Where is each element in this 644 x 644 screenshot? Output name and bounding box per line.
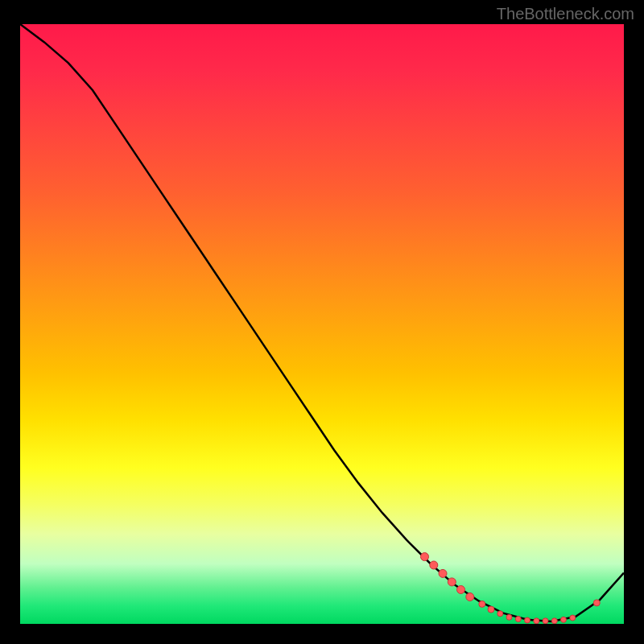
data-marker (457, 586, 465, 594)
watermark-text: TheBottleneck.com (497, 5, 634, 23)
data-marker (479, 601, 485, 607)
data-marker (593, 600, 600, 606)
data-marker (421, 553, 429, 561)
data-marker (551, 618, 557, 624)
data-marker (466, 593, 474, 601)
data-marker (543, 618, 548, 624)
chart-svg (20, 24, 624, 624)
data-marker (430, 561, 438, 569)
data-markers (421, 553, 601, 624)
data-marker (534, 618, 539, 624)
data-marker (515, 617, 521, 622)
data-marker (525, 617, 530, 623)
data-marker (497, 611, 503, 617)
data-marker (488, 606, 494, 613)
data-marker (448, 578, 456, 586)
data-marker (439, 569, 447, 577)
data-marker (561, 617, 567, 622)
plot-area (20, 24, 624, 624)
data-marker (570, 615, 576, 621)
data-marker (506, 614, 512, 620)
bottleneck-curve (20, 24, 624, 621)
